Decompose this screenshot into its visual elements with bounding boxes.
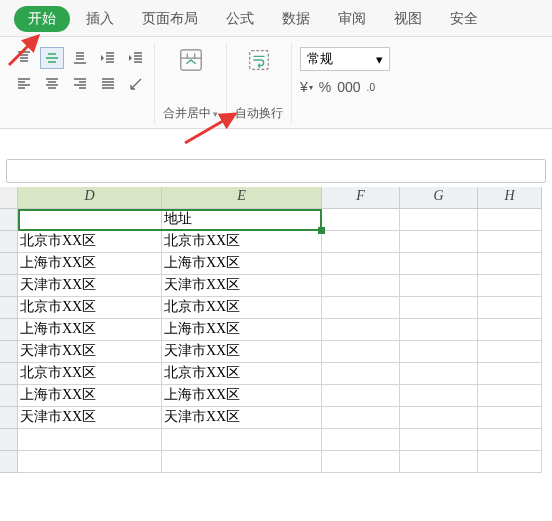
cell[interactable] bbox=[18, 429, 162, 451]
align-center-icon[interactable] bbox=[40, 73, 64, 95]
cell[interactable] bbox=[18, 451, 162, 473]
cell[interactable] bbox=[162, 451, 322, 473]
cell[interactable] bbox=[400, 429, 478, 451]
cell[interactable]: 北京市XX区 bbox=[162, 297, 322, 319]
tab-view[interactable]: 视图 bbox=[382, 6, 434, 32]
cell[interactable]: 北京市XX区 bbox=[162, 231, 322, 253]
row-header[interactable] bbox=[0, 297, 18, 319]
row-header[interactable] bbox=[0, 209, 18, 231]
tab-safety[interactable]: 安全 bbox=[438, 6, 490, 32]
row-header[interactable] bbox=[0, 407, 18, 429]
cell[interactable]: 北京市XX区 bbox=[18, 231, 162, 253]
cell[interactable] bbox=[322, 209, 400, 231]
row-header[interactable] bbox=[0, 363, 18, 385]
cell[interactable] bbox=[322, 319, 400, 341]
cell[interactable] bbox=[322, 407, 400, 429]
align-left-icon[interactable] bbox=[12, 73, 36, 95]
tab-review[interactable]: 审阅 bbox=[326, 6, 378, 32]
thousands-button[interactable]: 000 bbox=[337, 79, 360, 95]
col-header-g[interactable]: G bbox=[400, 187, 478, 209]
tab-formula[interactable]: 公式 bbox=[214, 6, 266, 32]
cell[interactable]: 上海市XX区 bbox=[162, 319, 322, 341]
cell[interactable] bbox=[162, 429, 322, 451]
cell[interactable]: 北京市XX区 bbox=[162, 363, 322, 385]
tab-data[interactable]: 数据 bbox=[270, 6, 322, 32]
spreadsheet-grid[interactable]: D E F G H 地址 北京市XX区北京市XX区上海市XX区上海市XX区天津市… bbox=[0, 187, 552, 473]
cell[interactable] bbox=[400, 231, 478, 253]
cell[interactable]: 天津市XX区 bbox=[162, 407, 322, 429]
cell[interactable]: 天津市XX区 bbox=[18, 341, 162, 363]
tab-insert[interactable]: 插入 bbox=[74, 6, 126, 32]
currency-button[interactable]: ¥▾ bbox=[300, 79, 313, 95]
cell[interactable]: 天津市XX区 bbox=[18, 407, 162, 429]
cell[interactable]: 上海市XX区 bbox=[162, 385, 322, 407]
cell[interactable] bbox=[400, 319, 478, 341]
row-header[interactable] bbox=[0, 385, 18, 407]
cell[interactable] bbox=[322, 385, 400, 407]
col-header-e[interactable]: E bbox=[162, 187, 322, 209]
cell[interactable]: 北京市XX区 bbox=[18, 363, 162, 385]
cell[interactable]: 地址 bbox=[162, 209, 322, 231]
indent-increase-icon[interactable] bbox=[124, 47, 148, 69]
orientation-icon[interactable] bbox=[124, 73, 148, 95]
col-header-h[interactable]: H bbox=[478, 187, 542, 209]
cell[interactable] bbox=[322, 341, 400, 363]
cell[interactable] bbox=[478, 231, 542, 253]
cell[interactable]: 天津市XX区 bbox=[162, 275, 322, 297]
align-middle-icon[interactable] bbox=[40, 47, 64, 69]
cell[interactable]: 上海市XX区 bbox=[162, 253, 322, 275]
select-all-corner[interactable] bbox=[0, 187, 18, 209]
cell[interactable]: 上海市XX区 bbox=[18, 319, 162, 341]
wrap-text-button[interactable]: 自动换行 bbox=[227, 43, 292, 124]
row-header[interactable] bbox=[0, 341, 18, 363]
row-header[interactable] bbox=[0, 275, 18, 297]
number-format-select[interactable]: 常规 ▾ bbox=[300, 47, 390, 71]
cell[interactable] bbox=[400, 297, 478, 319]
increase-decimal-button[interactable]: .0 bbox=[367, 82, 375, 93]
justify-icon[interactable] bbox=[96, 73, 120, 95]
tab-page-layout[interactable]: 页面布局 bbox=[130, 6, 210, 32]
cell[interactable] bbox=[400, 385, 478, 407]
align-top-icon[interactable] bbox=[12, 47, 36, 69]
percent-button[interactable]: % bbox=[319, 79, 331, 95]
cell[interactable] bbox=[478, 297, 542, 319]
cell[interactable] bbox=[400, 363, 478, 385]
cell[interactable] bbox=[478, 451, 542, 473]
cell[interactable] bbox=[322, 253, 400, 275]
cell[interactable] bbox=[322, 429, 400, 451]
align-right-icon[interactable] bbox=[68, 73, 92, 95]
align-bottom-icon[interactable] bbox=[68, 47, 92, 69]
cell[interactable] bbox=[322, 363, 400, 385]
cell[interactable]: 上海市XX区 bbox=[18, 253, 162, 275]
cell[interactable] bbox=[400, 275, 478, 297]
cell[interactable] bbox=[322, 451, 400, 473]
merge-center-button[interactable]: 合并居中▾ bbox=[155, 43, 227, 124]
cell[interactable] bbox=[478, 363, 542, 385]
formula-input[interactable] bbox=[6, 159, 546, 183]
row-header[interactable] bbox=[0, 451, 18, 473]
cell[interactable] bbox=[478, 407, 542, 429]
row-header[interactable] bbox=[0, 231, 18, 253]
indent-decrease-icon[interactable] bbox=[96, 47, 120, 69]
cell[interactable] bbox=[322, 231, 400, 253]
cell[interactable] bbox=[322, 297, 400, 319]
cell[interactable] bbox=[400, 407, 478, 429]
row-header[interactable] bbox=[0, 253, 18, 275]
cell[interactable] bbox=[322, 275, 400, 297]
cell[interactable] bbox=[478, 319, 542, 341]
row-header[interactable] bbox=[0, 429, 18, 451]
cell[interactable] bbox=[400, 451, 478, 473]
cell[interactable] bbox=[18, 209, 162, 231]
cell[interactable] bbox=[478, 253, 542, 275]
tab-start[interactable]: 开始 bbox=[14, 6, 70, 32]
cell[interactable] bbox=[478, 385, 542, 407]
cell[interactable] bbox=[478, 429, 542, 451]
cell[interactable]: 天津市XX区 bbox=[162, 341, 322, 363]
row-header[interactable] bbox=[0, 319, 18, 341]
cell[interactable]: 上海市XX区 bbox=[18, 385, 162, 407]
cell[interactable] bbox=[400, 341, 478, 363]
col-header-f[interactable]: F bbox=[322, 187, 400, 209]
cell[interactable] bbox=[400, 209, 478, 231]
cell[interactable]: 北京市XX区 bbox=[18, 297, 162, 319]
col-header-d[interactable]: D bbox=[18, 187, 162, 209]
